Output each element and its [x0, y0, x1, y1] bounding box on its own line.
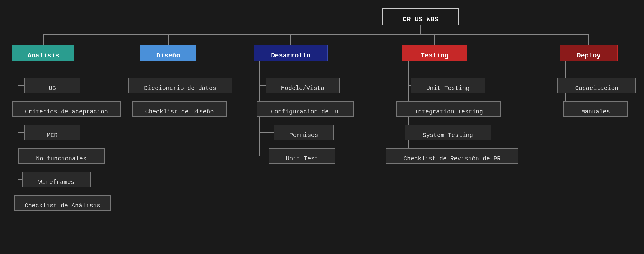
leaf-testing-2: System Testing — [405, 125, 491, 140]
leaf-desarrollo-1: Configuracion de UI — [257, 101, 354, 117]
leaf-diseno-0: Diccionario de datos — [128, 78, 232, 93]
leaf-testing-3: Checklist de Revisión de PR — [386, 148, 518, 164]
leaf-analisis-0: US — [24, 78, 80, 93]
leaf-deploy-0: Capacitacion — [557, 78, 636, 93]
leaf-analisis-4: Wireframes — [22, 172, 91, 187]
leaf-desarrollo-2: Permisos — [274, 125, 334, 140]
wbs-diagram: CR US WBSAnalisisUSCriterios de aceptaci… — [0, 0, 644, 254]
category-testing: Testing — [402, 45, 467, 61]
leaf-analisis-1: Criterios de aceptacion — [12, 101, 121, 117]
root-node: CR US WBS — [382, 8, 459, 25]
leaf-deploy-1: Manuales — [564, 101, 628, 117]
leaf-desarrollo-3: Unit Test — [269, 148, 335, 164]
category-analisis: Analisis — [12, 45, 74, 61]
leaf-testing-1: Integration Testing — [396, 101, 501, 117]
leaf-analisis-3: No funcionales — [18, 148, 105, 164]
category-desarrollo: Desarrollo — [254, 45, 328, 61]
leaf-desarrollo-0: Modelo/Vista — [266, 78, 340, 93]
leaf-diseno-1: Checklist de Diseño — [132, 101, 227, 117]
leaf-analisis-2: MER — [24, 125, 80, 140]
category-deploy: Deploy — [560, 45, 618, 61]
leaf-analisis-5: Checklist de Análisis — [14, 195, 111, 211]
leaf-testing-0: Unit Testing — [411, 78, 485, 93]
category-diseno: Diseño — [140, 45, 196, 61]
